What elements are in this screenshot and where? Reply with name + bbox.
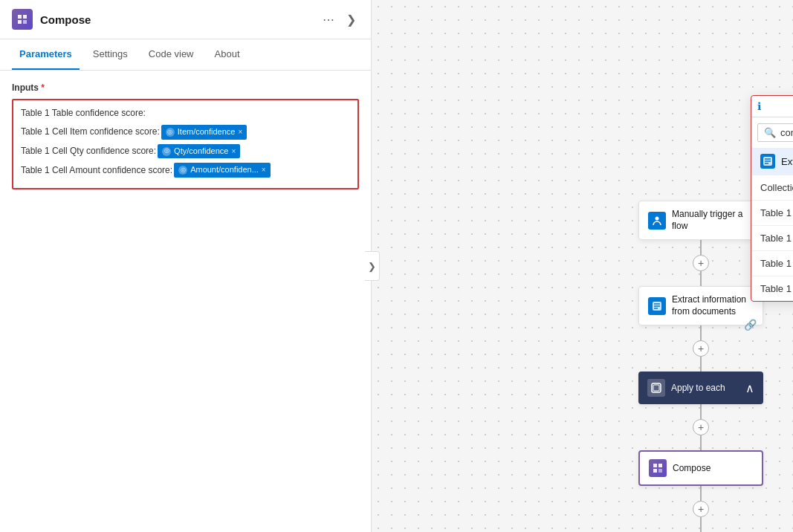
connector-3: + — [693, 404, 709, 450]
svg-rect-18 — [658, 469, 662, 473]
svg-rect-3 — [23, 20, 27, 24]
dropdown-item-3[interactable]: Table 1 Amount value confidence score — [751, 250, 793, 276]
token-amount-confidence[interactable]: ◎ Amount/confiden... × — [174, 163, 271, 178]
node-apply-each[interactable]: Apply to each ∧ — [638, 372, 763, 404]
token-dropdown: ℹ ⤢ ✕ 🔍 ✕ Extract information from docum… — [751, 95, 793, 302]
node-manually-trigger[interactable]: Manually trigger a flow — [638, 201, 763, 240]
connector-2: + — [693, 325, 709, 372]
add-step-button-3[interactable]: + — [693, 419, 709, 435]
token-icon-2: ◎ — [162, 147, 171, 156]
tab-settings[interactable]: Settings — [85, 39, 135, 70]
node-compose-label: Compose — [673, 463, 711, 475]
collapse-apply-each-button[interactable]: ∧ — [745, 381, 754, 395]
svg-point-8 — [656, 216, 659, 220]
input-row-3: Table 1 Cell Qty confidence score: ◎ Qty… — [21, 144, 350, 159]
svg-rect-0 — [18, 15, 22, 19]
node-apply-each-label: Apply to each — [671, 383, 725, 395]
flow-canvas: ℹ ⤢ ✕ 🔍 ✕ Extract information from docum… — [372, 0, 793, 532]
manually-trigger-icon — [648, 212, 666, 230]
token-qty-confidence[interactable]: ◎ Qty/confidence × — [158, 144, 240, 159]
tabs-bar: Parameters Settings Code view About — [0, 39, 371, 71]
token-icon-3: ◎ — [178, 166, 187, 175]
input-row-4: Table 1 Cell Amount confidence score: ◎ … — [21, 163, 350, 178]
dropdown-header: ℹ ⤢ ✕ — [751, 96, 793, 117]
token-item-confidence[interactable]: ◎ Item/confidence × — [161, 125, 247, 140]
panel-header: Compose ⋯ ❯ — [0, 0, 371, 39]
info-icon[interactable]: ℹ — [757, 100, 761, 112]
svg-rect-14 — [653, 385, 659, 391]
panel-content: Inputs * Table 1 Table confidence score:… — [0, 71, 371, 532]
inputs-label: Inputs * — [12, 82, 359, 93]
extract-info-icon — [760, 154, 775, 169]
tab-about[interactable]: About — [207, 39, 247, 70]
panel-title: Compose — [40, 13, 312, 26]
chain-link-icon: 🔗 — [744, 319, 757, 331]
apply-each-icon — [647, 379, 665, 397]
header-actions: ⋯ ❯ — [320, 11, 359, 28]
input-row-2: Table 1 Cell Item confidence score: ◎ It… — [21, 125, 350, 140]
dropdown-item-0[interactable]: Collection confidence score — [751, 175, 793, 200]
svg-rect-17 — [653, 469, 657, 473]
svg-rect-2 — [18, 20, 22, 24]
token-close-2[interactable]: × — [231, 146, 236, 158]
compose-node-icon — [649, 459, 667, 477]
selected-item-label: Extract information from documents — [781, 156, 793, 167]
panel-collapse-handle[interactable]: ❯ — [365, 251, 380, 281]
connector-1: + — [693, 240, 709, 286]
input-row-1: Table 1 Table confidence score: — [21, 106, 350, 120]
search-input[interactable] — [780, 127, 793, 138]
search-box: 🔍 ✕ — [757, 123, 793, 142]
node-extract-info-label: Extract information from documents — [672, 294, 754, 317]
svg-rect-15 — [653, 464, 657, 467]
node-extract-info[interactable]: Extract information from documents 🔗 — [638, 286, 763, 325]
more-options-button[interactable]: ⋯ — [320, 11, 337, 28]
add-step-button-2[interactable]: + — [693, 340, 709, 357]
flow-nodes-container: Manually trigger a flow + Extract inform… — [638, 201, 763, 532]
connector-4: + — [693, 486, 709, 532]
add-step-button-4[interactable]: + — [693, 501, 709, 517]
token-close[interactable]: × — [238, 126, 242, 138]
dropdown-item-4[interactable]: Table 1 Qty value confidence score — [751, 276, 793, 301]
node-manually-trigger-label: Manually trigger a flow — [672, 209, 754, 232]
collapse-panel-button[interactable]: ❯ — [343, 11, 359, 28]
dropdown-selected-item[interactable]: Extract information from documents — [751, 148, 793, 175]
dropdown-item-1[interactable]: Table 1 confidence score — [751, 200, 793, 225]
search-icon: 🔍 — [764, 127, 776, 138]
extract-info-node-icon — [648, 297, 666, 315]
svg-rect-1 — [23, 15, 27, 19]
tab-parameters[interactable]: Parameters — [12, 39, 80, 70]
token-icon: ◎ — [166, 128, 175, 137]
left-panel: Compose ⋯ ❯ Parameters Settings Code vie… — [0, 0, 372, 532]
inputs-box[interactable]: Table 1 Table confidence score: Table 1 … — [12, 99, 359, 189]
compose-icon — [12, 9, 33, 30]
tab-code-view[interactable]: Code view — [141, 39, 201, 70]
node-compose[interactable]: Compose — [638, 450, 763, 486]
token-close-3[interactable]: × — [262, 164, 266, 176]
svg-rect-16 — [658, 464, 662, 467]
dropdown-item-2[interactable]: Table 1 Item value confidence score — [751, 225, 793, 250]
add-step-button-1[interactable]: + — [693, 255, 709, 271]
